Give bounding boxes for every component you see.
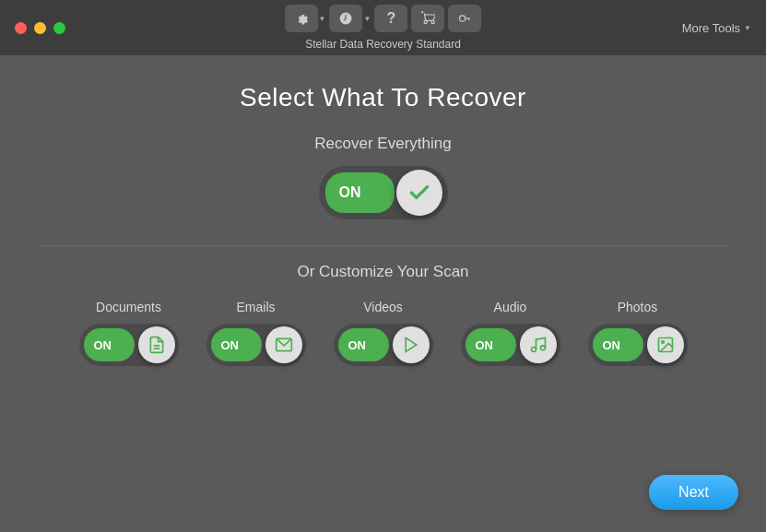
photos-toggle-on: ON [603,338,621,352]
app-title: Stellar Data Recovery Standard [305,38,461,51]
documents-label: Documents [96,300,161,314]
window-controls [15,22,65,34]
recover-everything-label: Recover Everything [314,135,451,153]
gear-icon [294,11,309,26]
customize-label: Or Customize Your Scan [297,263,468,281]
minimize-button[interactable] [34,22,46,34]
help-icon: ? [387,10,396,27]
documents-toggle-thumb [138,326,175,363]
audio-toggle-thumb [520,326,557,363]
videos-label: Videos [363,300,403,314]
emails-label: Emails [236,300,275,314]
video-icon [402,336,420,354]
svg-point-8 [661,341,664,344]
documents-toggle[interactable]: ON [79,324,179,366]
audio-label: Audio [494,300,527,314]
videos-toggle[interactable]: ON [334,324,433,366]
cart-icon [420,11,435,26]
page-title: Select What To Recover [240,83,526,112]
svg-point-5 [531,348,536,352]
email-icon [275,336,293,354]
photos-label: Photos [618,300,658,314]
category-item-videos: Videos ON [334,300,433,366]
svg-point-0 [460,16,465,21]
svg-marker-4 [406,338,417,352]
divider [37,245,729,246]
photos-toggle[interactable]: ON [588,324,688,366]
category-item-audio: Audio ON [461,300,560,366]
recover-everything-section: Recover Everything ON [314,135,451,219]
settings-arrow-icon: ▼ [319,15,326,23]
settings-group: ▼ [285,5,326,32]
help-button[interactable]: ? [374,5,407,32]
recent-group: ▼ [330,5,371,32]
audio-toggle[interactable]: ON [461,324,560,366]
videos-toggle-on: ON [348,338,367,352]
categories-list: Documents ON Emails [37,300,729,366]
audio-icon [529,336,548,354]
title-center: ▼ ▼ ? [285,5,482,51]
check-icon [407,181,431,205]
more-tools-label: More Tools [682,21,740,35]
recent-arrow-icon: ▼ [364,15,371,23]
photos-toggle-thumb [647,326,684,363]
recover-everything-toggle[interactable]: ON [319,166,448,219]
photo-icon [656,336,675,354]
document-icon [147,336,166,354]
audio-toggle-on: ON [476,338,494,352]
category-item-emails: Emails ON [206,300,306,366]
more-tools-arrow-icon: ▼ [744,24,751,32]
close-button[interactable] [15,22,27,34]
cart-button[interactable] [411,5,444,32]
documents-toggle-on: ON [94,338,112,352]
main-content: Select What To Recover Recover Everythin… [0,55,766,384]
customize-section: Or Customize Your Scan Documents ON [37,263,729,366]
maximize-button[interactable] [53,22,65,34]
key-icon [457,11,472,26]
more-tools-button[interactable]: More Tools ▼ [682,21,751,35]
toggle-large-thumb [396,170,442,216]
emails-toggle-on: ON [221,338,240,352]
next-button[interactable]: Next [649,475,738,510]
settings-button[interactable] [285,5,318,32]
key-button[interactable] [448,5,481,32]
toolbar-icons: ▼ ▼ ? [285,5,482,32]
emails-toggle[interactable]: ON [206,324,306,366]
category-item-photos: Photos ON [588,300,688,366]
emails-toggle-thumb [265,326,302,363]
videos-toggle-thumb [393,326,430,363]
clock-icon [339,11,354,26]
recent-button[interactable] [330,5,363,32]
category-item-documents: Documents ON [79,300,179,366]
title-bar: ▼ ▼ ? [0,0,766,55]
toggle-large-on-label: ON [339,184,361,201]
svg-point-6 [540,346,545,350]
